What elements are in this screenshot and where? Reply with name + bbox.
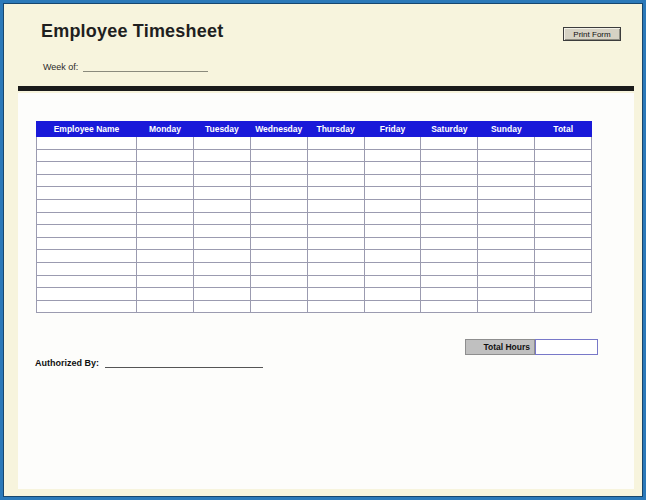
timesheet-cell[interactable] bbox=[137, 288, 194, 301]
authorized-by-input[interactable] bbox=[105, 357, 263, 368]
timesheet-cell[interactable] bbox=[193, 162, 250, 175]
timesheet-cell[interactable] bbox=[421, 225, 478, 238]
timesheet-cell[interactable] bbox=[250, 275, 307, 288]
timesheet-cell[interactable] bbox=[307, 187, 364, 200]
timesheet-cell[interactable] bbox=[250, 149, 307, 162]
timesheet-cell[interactable] bbox=[37, 300, 137, 313]
timesheet-cell[interactable] bbox=[307, 137, 364, 150]
timesheet-cell[interactable] bbox=[535, 262, 592, 275]
timesheet-cell[interactable] bbox=[364, 237, 421, 250]
timesheet-cell[interactable] bbox=[137, 187, 194, 200]
timesheet-cell[interactable] bbox=[535, 137, 592, 150]
timesheet-cell[interactable] bbox=[307, 149, 364, 162]
timesheet-cell[interactable] bbox=[137, 275, 194, 288]
timesheet-cell[interactable] bbox=[364, 137, 421, 150]
timesheet-cell[interactable] bbox=[193, 199, 250, 212]
timesheet-cell[interactable] bbox=[364, 300, 421, 313]
timesheet-cell[interactable] bbox=[478, 288, 535, 301]
timesheet-cell[interactable] bbox=[421, 149, 478, 162]
timesheet-cell[interactable] bbox=[535, 288, 592, 301]
timesheet-cell[interactable] bbox=[478, 199, 535, 212]
timesheet-cell[interactable] bbox=[535, 174, 592, 187]
timesheet-cell[interactable] bbox=[250, 237, 307, 250]
timesheet-cell[interactable] bbox=[137, 174, 194, 187]
timesheet-cell[interactable] bbox=[37, 162, 137, 175]
timesheet-cell[interactable] bbox=[37, 237, 137, 250]
timesheet-cell[interactable] bbox=[250, 174, 307, 187]
timesheet-cell[interactable] bbox=[250, 212, 307, 225]
timesheet-cell[interactable] bbox=[421, 288, 478, 301]
timesheet-cell[interactable] bbox=[137, 149, 194, 162]
timesheet-cell[interactable] bbox=[421, 174, 478, 187]
timesheet-cell[interactable] bbox=[535, 300, 592, 313]
timesheet-cell[interactable] bbox=[37, 250, 137, 263]
timesheet-cell[interactable] bbox=[37, 149, 137, 162]
timesheet-cell[interactable] bbox=[307, 262, 364, 275]
timesheet-cell[interactable] bbox=[37, 187, 137, 200]
timesheet-cell[interactable] bbox=[364, 262, 421, 275]
timesheet-cell[interactable] bbox=[250, 250, 307, 263]
timesheet-cell[interactable] bbox=[307, 250, 364, 263]
timesheet-cell[interactable] bbox=[137, 300, 194, 313]
timesheet-cell[interactable] bbox=[137, 225, 194, 238]
timesheet-cell[interactable] bbox=[193, 187, 250, 200]
timesheet-cell[interactable] bbox=[37, 262, 137, 275]
timesheet-cell[interactable] bbox=[421, 262, 478, 275]
timesheet-cell[interactable] bbox=[478, 187, 535, 200]
timesheet-cell[interactable] bbox=[478, 237, 535, 250]
timesheet-cell[interactable] bbox=[478, 162, 535, 175]
timesheet-cell[interactable] bbox=[421, 237, 478, 250]
timesheet-cell[interactable] bbox=[137, 262, 194, 275]
timesheet-cell[interactable] bbox=[421, 250, 478, 263]
timesheet-cell[interactable] bbox=[250, 300, 307, 313]
timesheet-cell[interactable] bbox=[250, 225, 307, 238]
timesheet-cell[interactable] bbox=[421, 212, 478, 225]
timesheet-cell[interactable] bbox=[137, 237, 194, 250]
timesheet-cell[interactable] bbox=[421, 137, 478, 150]
timesheet-cell[interactable] bbox=[421, 275, 478, 288]
timesheet-cell[interactable] bbox=[307, 288, 364, 301]
timesheet-cell[interactable] bbox=[250, 187, 307, 200]
timesheet-cell[interactable] bbox=[307, 162, 364, 175]
timesheet-cell[interactable] bbox=[421, 162, 478, 175]
timesheet-cell[interactable] bbox=[193, 237, 250, 250]
timesheet-cell[interactable] bbox=[250, 162, 307, 175]
timesheet-cell[interactable] bbox=[421, 187, 478, 200]
timesheet-cell[interactable] bbox=[364, 288, 421, 301]
timesheet-cell[interactable] bbox=[193, 262, 250, 275]
timesheet-cell[interactable] bbox=[364, 162, 421, 175]
timesheet-cell[interactable] bbox=[193, 137, 250, 150]
timesheet-cell[interactable] bbox=[193, 225, 250, 238]
timesheet-cell[interactable] bbox=[193, 174, 250, 187]
timesheet-cell[interactable] bbox=[250, 288, 307, 301]
timesheet-cell[interactable] bbox=[535, 275, 592, 288]
timesheet-cell[interactable] bbox=[37, 212, 137, 225]
timesheet-cell[interactable] bbox=[478, 275, 535, 288]
timesheet-cell[interactable] bbox=[478, 262, 535, 275]
timesheet-cell[interactable] bbox=[364, 187, 421, 200]
timesheet-cell[interactable] bbox=[535, 225, 592, 238]
timesheet-cell[interactable] bbox=[307, 237, 364, 250]
timesheet-cell[interactable] bbox=[478, 225, 535, 238]
timesheet-cell[interactable] bbox=[364, 250, 421, 263]
timesheet-cell[interactable] bbox=[307, 275, 364, 288]
timesheet-cell[interactable] bbox=[307, 212, 364, 225]
timesheet-cell[interactable] bbox=[535, 212, 592, 225]
timesheet-cell[interactable] bbox=[37, 275, 137, 288]
timesheet-cell[interactable] bbox=[193, 288, 250, 301]
timesheet-cell[interactable] bbox=[535, 162, 592, 175]
timesheet-cell[interactable] bbox=[137, 162, 194, 175]
timesheet-cell[interactable] bbox=[193, 149, 250, 162]
timesheet-cell[interactable] bbox=[307, 174, 364, 187]
week-of-input[interactable] bbox=[83, 60, 208, 72]
timesheet-cell[interactable] bbox=[535, 250, 592, 263]
timesheet-cell[interactable] bbox=[37, 174, 137, 187]
timesheet-cell[interactable] bbox=[250, 199, 307, 212]
timesheet-cell[interactable] bbox=[478, 174, 535, 187]
total-hours-input[interactable] bbox=[535, 339, 598, 355]
timesheet-cell[interactable] bbox=[137, 199, 194, 212]
timesheet-cell[interactable] bbox=[421, 300, 478, 313]
timesheet-cell[interactable] bbox=[193, 250, 250, 263]
timesheet-cell[interactable] bbox=[535, 237, 592, 250]
timesheet-cell[interactable] bbox=[37, 288, 137, 301]
